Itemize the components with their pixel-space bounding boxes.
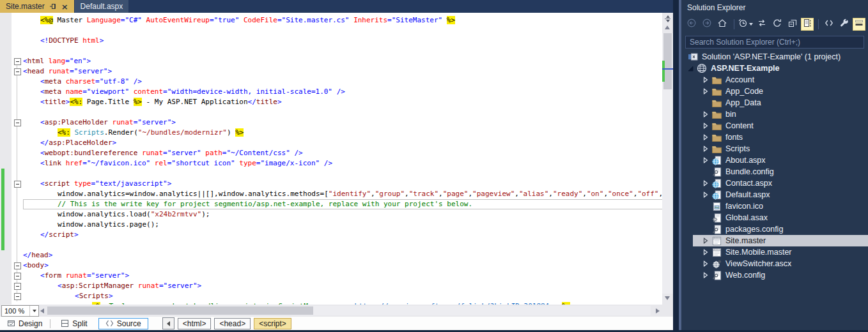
tree-item-app-data[interactable]: App_Data [681,97,868,109]
tree-item-site-master[interactable]: Site.master [681,235,868,246]
code-line[interactable] [23,107,660,117]
panel-splitter[interactable] [673,0,679,332]
preview-selected-items-button[interactable] [853,18,865,31]
zoom-level-select[interactable]: 100 % [1,305,39,317]
breadcrumb-back-button[interactable] [162,317,174,329]
code-line[interactable]: <%@ Master Language="C#" AutoEventWireup… [23,15,662,26]
code-line[interactable]: <form runat="server"> [23,271,662,281]
code-line[interactable]: </asp:PlaceHolder> [23,138,662,148]
collapsed-arrow-icon[interactable] [702,249,709,255]
fold-toggle[interactable] [14,68,21,75]
tree-item-account[interactable]: Account [681,74,868,86]
home-button[interactable] [715,18,729,31]
tree-item-default-aspx[interactable]: Default.aspx [681,189,868,200]
tree-item-content[interactable]: Content [681,120,868,132]
design-view-button[interactable]: Design [3,319,47,329]
tree-item-about-aspx[interactable]: About.aspx [681,155,868,166]
code-line[interactable]: window.analytics=window.analytics||[],wi… [23,189,662,199]
collapsed-arrow-icon[interactable] [702,260,709,267]
code-line[interactable]: <%: Scripts.Render("~/bundles/modernizr"… [23,128,662,138]
editor-tab-site-master[interactable]: Site.master× [0,0,74,13]
tree-item-bin[interactable]: bin [681,109,868,120]
pin-icon[interactable] [49,3,57,10]
code-line[interactable]: <meta name="viewport" content="width=dev… [23,87,662,97]
tree-item-global-asax[interactable]: Global.asax [681,212,868,223]
editor-code[interactable]: <%@ Master Language="C#" AutoEventWireup… [23,15,662,305]
code-line[interactable] [23,26,660,36]
fold-toggle[interactable] [14,181,21,188]
code-line[interactable]: <asp:ScriptManager runat="server"> [23,281,662,291]
close-icon[interactable]: × [61,3,68,11]
scroll-down-arrow-icon[interactable] [665,296,670,300]
code-line[interactable]: window.analytics.load("x24b2rmtvv"); [23,209,662,220]
code-line[interactable]: // This is the write key for project seg… [23,199,662,209]
code-line[interactable]: </script> [23,230,662,240]
collapsed-arrow-icon[interactable] [702,238,709,244]
code-line[interactable]: <link href="~/favicon.ico" rel="shortcut… [23,158,662,169]
code-line[interactable] [23,240,660,250]
source-view-button[interactable]: Source [98,318,148,329]
breadcrumb-tag-script[interactable]: <script> [254,318,291,329]
tree-item-bundle-config[interactable]: Bundle.config [681,166,868,177]
zoom-dropdown-icon[interactable] [29,306,38,316]
scroll-up-arrow-icon[interactable] [665,26,670,29]
tree-item-fonts[interactable]: fonts [681,132,868,143]
forward-button[interactable] [700,18,714,31]
collapsed-arrow-icon[interactable] [702,192,709,198]
code-line[interactable]: <Scripts> [23,291,662,301]
collapse-all-button[interactable] [786,18,800,31]
fold-toggle[interactable] [14,262,21,269]
back-button[interactable] [685,18,699,31]
tree-item-packages-config[interactable]: packages.config [681,223,868,235]
tree-item-site-mobile-master[interactable]: Site.Mobile.master [681,246,868,258]
code-line[interactable]: <html lang="en"> [23,56,660,66]
view-code-button[interactable] [822,18,836,31]
code-line[interactable]: <asp:PlaceHolder runat="server"> [23,117,662,128]
fold-toggle[interactable] [14,293,21,300]
tree-item-solution[interactable]: Solution 'ASP.NET-Example' (1 project) [681,51,868,63]
code-line[interactable]: <!DOCTYPE html> [23,36,662,46]
collapsed-arrow-icon[interactable] [702,123,709,129]
scroll-left-arrow-icon[interactable] [40,308,44,313]
scroll-right-arrow-icon[interactable] [656,308,660,313]
tree-item-favicon-ico[interactable]: favicon.ico [681,200,868,212]
tree-item-app-code[interactable]: App_Code [681,86,868,97]
show-all-files-button[interactable] [801,18,814,31]
fold-toggle[interactable] [14,119,21,126]
code-line[interactable]: <script type="text/javascript"> [23,179,662,189]
breadcrumb-tag-html[interactable]: <html> [178,318,212,329]
collapsed-arrow-icon[interactable] [702,180,709,186]
tree-item-project[interactable]: ASP.NET-Example [681,63,868,74]
collapsed-arrow-icon[interactable] [702,88,709,94]
code-line[interactable]: <body> [23,260,660,271]
tree-item-viewswitcher-ascx[interactable]: ViewSwitcher.ascx [681,258,868,269]
tree-item-contact-aspx[interactable]: Contact.aspx [681,177,868,189]
code-line[interactable]: </head> [23,250,660,260]
code-line[interactable] [23,169,660,179]
fold-toggle[interactable] [14,273,21,280]
collapsed-arrow-icon[interactable] [702,77,709,83]
code-line[interactable]: <meta charset="utf-8" /> [23,77,662,87]
code-editor[interactable]: <%@ Master Language="C#" AutoEventWireup… [0,13,662,305]
code-line[interactable] [23,46,660,56]
collapsed-arrow-icon[interactable] [702,157,709,163]
hscroll-thumb[interactable] [47,306,313,315]
split-window-handle[interactable] [663,15,672,23]
search-input[interactable] [685,36,864,49]
split-view-button[interactable]: Split [56,319,91,329]
properties-button[interactable] [837,18,851,31]
editor-tab-default-aspx[interactable]: Default.aspx [75,0,129,13]
code-line[interactable]: <title><%: Page.Title %> - My ASP.NET Ap… [23,97,662,107]
collapsed-arrow-icon[interactable] [702,272,709,278]
breadcrumb-tag-head[interactable]: <head> [214,318,251,329]
refresh-button[interactable] [770,18,784,31]
pending-changes-filter-button[interactable] [738,18,754,31]
tree-item-scripts[interactable]: Scripts [681,143,868,155]
collapsed-arrow-icon[interactable] [702,146,709,152]
code-line[interactable]: <webopt:bundlereference runat="server" p… [23,148,662,158]
expanded-arrow-icon[interactable] [686,66,694,72]
code-line[interactable]: window.analytics.page(); [23,220,662,230]
collapsed-arrow-icon[interactable] [702,111,709,117]
sync-with-active-document-button[interactable] [755,18,769,31]
code-line[interactable]: <head runat="server"> [23,66,660,77]
